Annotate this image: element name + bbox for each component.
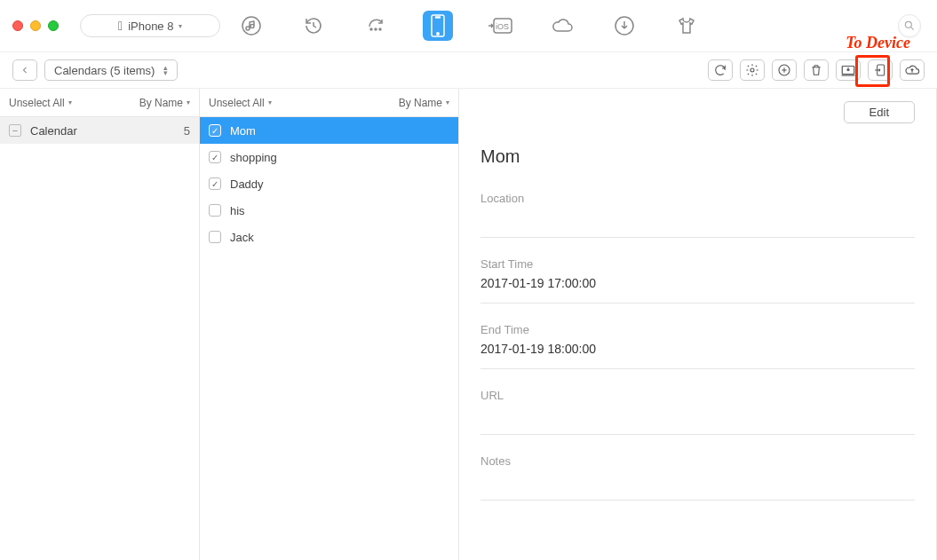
col1-unselect-toggle[interactable]: Unselect All ▾ bbox=[9, 97, 72, 109]
apple-logo-icon:  bbox=[118, 19, 123, 33]
chevron-down-icon: ▾ bbox=[268, 99, 272, 106]
window-zoom-dot[interactable] bbox=[48, 20, 59, 31]
end-time-value: 2017-01-19 18:00:00 bbox=[480, 342, 915, 358]
music-tab-icon[interactable] bbox=[236, 11, 266, 41]
calendar-item-row[interactable]: Jack bbox=[200, 224, 458, 250]
start-time-label: Start Time bbox=[480, 257, 915, 271]
svg-point-0 bbox=[242, 17, 260, 35]
location-value bbox=[480, 210, 915, 226]
notes-value bbox=[480, 473, 915, 489]
col2-unselect-label: Unselect All bbox=[209, 97, 265, 109]
device-label: iPhone 8 bbox=[128, 20, 173, 33]
url-label: URL bbox=[480, 389, 915, 402]
device-tab-icon[interactable] bbox=[423, 11, 453, 41]
window-close-dot[interactable] bbox=[12, 20, 23, 31]
item-label: Jack bbox=[230, 231, 254, 244]
window-minimize-dot[interactable] bbox=[30, 20, 41, 31]
end-time-label: End Time bbox=[480, 323, 915, 336]
url-value bbox=[480, 407, 915, 423]
category-row[interactable]: − Calendar 5 bbox=[0, 117, 199, 144]
refresh-button[interactable] bbox=[708, 59, 733, 81]
calendar-item-row[interactable]: Daddy bbox=[200, 170, 458, 197]
col2-sort-label: By Name bbox=[399, 97, 442, 109]
col2-sort-toggle[interactable]: By Name ▾ bbox=[399, 97, 449, 109]
annotation-label: To Device bbox=[846, 34, 910, 52]
device-selector[interactable]:  iPhone 8 ▾ bbox=[80, 14, 220, 37]
category-name: Calendar bbox=[30, 124, 77, 138]
calendar-item-row[interactable]: Mom bbox=[200, 117, 458, 144]
indeterminate-checkbox[interactable]: − bbox=[9, 124, 21, 137]
col2-unselect-toggle[interactable]: Unselect All ▾ bbox=[209, 97, 272, 109]
calendar-item-row[interactable]: shopping bbox=[200, 144, 458, 170]
col1-sort-label: By Name bbox=[139, 97, 183, 109]
item-checkbox[interactable] bbox=[209, 124, 221, 137]
delete-button[interactable] bbox=[804, 59, 829, 81]
item-checkbox[interactable] bbox=[209, 151, 221, 163]
history-tab-icon[interactable] bbox=[298, 11, 329, 41]
item-checkbox[interactable] bbox=[209, 204, 221, 217]
item-checkbox[interactable] bbox=[209, 177, 221, 190]
stepper-icon: ▴▾ bbox=[163, 65, 168, 75]
col1-unselect-label: Unselect All bbox=[9, 97, 65, 109]
item-label: his bbox=[230, 204, 245, 217]
chevron-down-icon: ▾ bbox=[179, 22, 182, 30]
item-label: Daddy bbox=[230, 177, 264, 191]
chevron-down-icon: ▾ bbox=[446, 99, 449, 106]
download-tab-icon[interactable] bbox=[609, 11, 639, 41]
category-count: 5 bbox=[184, 124, 190, 138]
edit-button[interactable]: Edit bbox=[844, 101, 915, 123]
chevron-down-icon: ▾ bbox=[68, 99, 72, 106]
to-cloud-button[interactable] bbox=[900, 59, 925, 81]
settings-button[interactable] bbox=[740, 59, 765, 81]
calendar-item-row[interactable]: his bbox=[200, 197, 458, 224]
notes-label: Notes bbox=[480, 454, 915, 468]
breadcrumb-selector[interactable]: Calendars (5 items) ▴▾ bbox=[44, 59, 178, 81]
breadcrumb-label: Calendars (5 items) bbox=[54, 64, 155, 77]
svg-point-10 bbox=[905, 21, 911, 28]
col1-sort-toggle[interactable]: By Name ▾ bbox=[139, 97, 190, 109]
cloud-tab-icon[interactable] bbox=[547, 11, 577, 41]
svg-point-11 bbox=[750, 68, 754, 72]
backup-tab-icon[interactable] bbox=[361, 11, 391, 41]
detail-title: Mom bbox=[480, 146, 915, 167]
location-label: Location bbox=[480, 192, 915, 205]
to-device-button[interactable] bbox=[868, 59, 893, 81]
item-label: Mom bbox=[230, 124, 256, 138]
svg-point-5 bbox=[436, 33, 438, 35]
to-mac-button[interactable] bbox=[836, 59, 861, 81]
edit-label: Edit bbox=[870, 106, 889, 119]
svg-point-3 bbox=[379, 28, 381, 30]
back-button[interactable] bbox=[12, 59, 37, 81]
add-button[interactable] bbox=[772, 59, 797, 81]
svg-text:iOS: iOS bbox=[496, 22, 509, 31]
item-checkbox[interactable] bbox=[209, 231, 221, 243]
to-ios-tab-icon[interactable]: iOS bbox=[485, 11, 515, 41]
svg-point-2 bbox=[370, 28, 372, 30]
chevron-down-icon: ▾ bbox=[187, 99, 190, 106]
svg-point-1 bbox=[375, 28, 377, 30]
item-label: shopping bbox=[230, 151, 277, 164]
svg-rect-6 bbox=[435, 17, 440, 18]
tshirt-tab-icon[interactable] bbox=[671, 11, 702, 41]
start-time-value: 2017-01-19 17:00:00 bbox=[480, 276, 915, 292]
